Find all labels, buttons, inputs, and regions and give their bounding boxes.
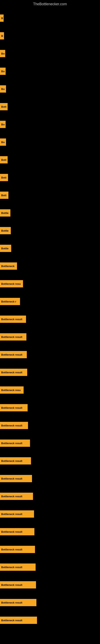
bar-label: Bo [0, 50, 5, 57]
bar-row: Bottleneck result [0, 576, 100, 594]
bar-label: Bo [0, 138, 6, 146]
bar-row: Bottleneck resu [0, 381, 100, 399]
bar-label: Bott [0, 192, 8, 199]
bar-row: Bottleneck result [0, 594, 100, 612]
bar-label: Bottleneck result [0, 528, 34, 535]
bar-label: Bottleneck result [0, 316, 26, 323]
bar-row: Bo [0, 133, 100, 151]
bar-row: Bottleneck result [0, 523, 100, 540]
bar-row: Bottleneck result [0, 612, 100, 629]
bar-row: Bottleneck result [0, 470, 100, 488]
bar-label: Bo [0, 68, 6, 75]
bar-row: Bottleneck result [0, 505, 100, 523]
bar-row: Bottleneck result [0, 434, 100, 452]
bar-row: Bottleneck result [0, 364, 100, 381]
bar-label: Bottleneck result [0, 369, 27, 376]
bar-row: Bo [0, 80, 100, 98]
bar-row: Bottleneck result [0, 558, 100, 576]
bar-row: Bottle [0, 204, 100, 222]
bar-row: Bottleneck result [0, 328, 100, 346]
bar-label: Bottleneck result [0, 440, 30, 447]
bar-label: Bottle [0, 227, 11, 234]
bar-label: Bottleneck r [0, 298, 20, 305]
bar-label: Bo [0, 85, 6, 92]
site-title: TheBottlenecker.com [0, 0, 100, 7]
bar-label: B [0, 14, 3, 22]
bar-label: Bottleneck result [0, 581, 36, 588]
bar-row: Bottle [0, 240, 100, 257]
bar-label: Bottle [0, 245, 11, 252]
bar-row: Bottleneck result [0, 452, 100, 470]
bar-row: Bott [0, 186, 100, 204]
bar-label: Bottleneck result [0, 457, 31, 464]
bar-row: Bottleneck result [0, 346, 100, 364]
bar-label: Bottleneck [0, 262, 17, 270]
bar-label: Bottleneck result [0, 617, 37, 624]
bar-row: Bo [0, 116, 100, 133]
bar-label: Bottleneck result [0, 546, 35, 553]
bar-row: Bottleneck result [0, 540, 100, 558]
bar-label: Bo [0, 121, 6, 128]
bar-row: Bottleneck result [0, 399, 100, 416]
bar-row: B [0, 27, 100, 45]
bar-row: Bottleneck r [0, 292, 100, 310]
bar-row: Bottle [0, 222, 100, 240]
bar-label: Bottleneck result [0, 475, 32, 482]
bars-container: BBBoBoBoBottBoBoBottBottBottBottleBottle… [0, 7, 100, 629]
bar-label: Bottle [0, 209, 10, 216]
bar-label: Bottleneck result [0, 422, 28, 429]
bar-label: Bott [0, 156, 8, 164]
bar-label: Bottleneck result [0, 493, 33, 500]
bar-label: Bottleneck result [0, 564, 36, 571]
bar-row: B [0, 9, 100, 27]
bar-row: Bottleneck result [0, 416, 100, 434]
bar-row: Bott [0, 169, 100, 186]
bar-label: Bott [0, 103, 8, 110]
bar-row: Bottleneck [0, 257, 100, 275]
bar-label: B [0, 32, 4, 40]
bar-row: Bottleneck resu [0, 275, 100, 292]
bar-label: Bottleneck result [0, 404, 28, 411]
bar-row: Bo [0, 62, 100, 80]
bar-row: Bottleneck result [0, 310, 100, 328]
bar-row: Bo [0, 45, 100, 62]
bar-label: Bottleneck result [0, 510, 34, 518]
bar-row: Bott [0, 151, 100, 169]
bar-label: Bott [0, 174, 8, 181]
bar-row: Bottleneck result [0, 488, 100, 505]
bar-row: Bott [0, 98, 100, 116]
bar-label: Bottleneck result [0, 599, 36, 606]
bar-label: Bottleneck resu [0, 386, 24, 394]
bar-label: Bottleneck result [0, 351, 27, 358]
bar-label: Bottleneck resu [0, 280, 23, 288]
bar-label: Bottleneck result [0, 333, 26, 340]
